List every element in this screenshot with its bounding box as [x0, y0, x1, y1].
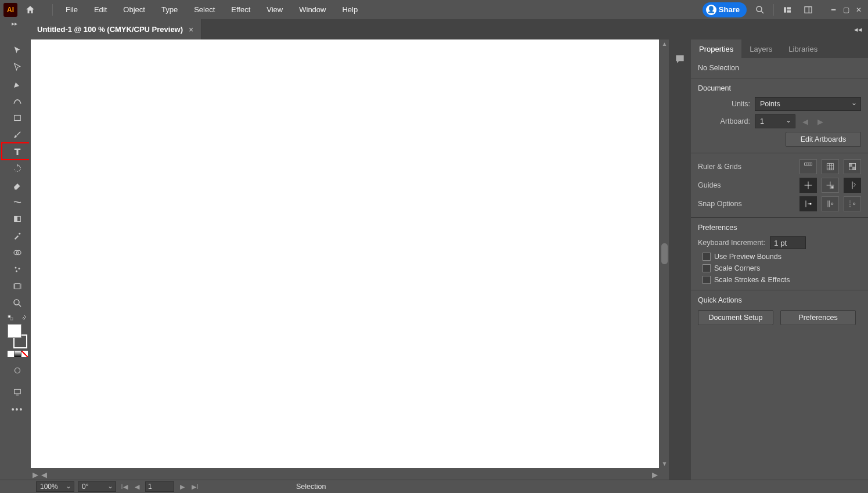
type-tool[interactable] [2, 143, 33, 160]
curvature-tool[interactable] [9, 92, 26, 109]
show-guides-icon[interactable] [799, 178, 817, 193]
panel-collapse-icon[interactable]: ◂◂ [848, 19, 868, 39]
menu-window[interactable]: Window [291, 2, 334, 17]
preferences-button[interactable]: Preferences [780, 310, 856, 325]
menu-edit[interactable]: Edit [86, 2, 115, 17]
document-tab[interactable]: Untitled-1 @ 100 % (CMYK/CPU Preview) × [29, 19, 202, 39]
tab-close-icon[interactable]: × [189, 25, 193, 34]
share-avatar-icon: 👤 [706, 5, 716, 15]
menu-help[interactable]: Help [334, 2, 366, 17]
screen-mode-icon[interactable] [9, 383, 26, 400]
canvas-area: ▲ ▼ ▶ ◀▶ [29, 39, 669, 480]
arrange-icon[interactable] [780, 2, 795, 17]
scroll-up-icon[interactable]: ▲ [660, 39, 669, 48]
svg-rect-4 [787, 10, 791, 12]
prev-artboard-icon[interactable]: ◀ [132, 483, 142, 491]
snap-point-icon[interactable] [822, 196, 839, 211]
workspace-icon[interactable] [801, 2, 816, 17]
use-preview-bounds-checkbox[interactable]: Use Preview Bounds [703, 253, 861, 261]
last-artboard-icon[interactable]: ▶I [190, 483, 200, 491]
expand-toolbar-icon[interactable]: ▸▸ [12, 20, 17, 27]
vertical-scrollbar[interactable]: ▲ ▼ [660, 39, 669, 468]
svg-point-11 [19, 232, 20, 234]
swap-fill-stroke[interactable] [8, 315, 27, 321]
zoom-tool[interactable] [9, 294, 26, 311]
rotate-tool[interactable] [9, 160, 26, 177]
grid-icon[interactable] [822, 159, 839, 174]
gradient-tool[interactable] [9, 210, 26, 227]
shape-builder-tool[interactable] [9, 244, 26, 261]
fill-stroke-swatch[interactable] [8, 324, 27, 348]
hscroll-right-icon[interactable]: ▶ [650, 470, 659, 479]
menu-file[interactable]: File [57, 2, 86, 17]
main: ••• ▲ ▼ ▶ ◀▶ Properties Layers Libraries… [0, 39, 868, 480]
direct-selection-tool[interactable] [9, 59, 26, 75]
right-dock [669, 39, 691, 480]
rectangle-tool[interactable] [9, 109, 26, 126]
smart-guides-icon[interactable] [844, 178, 861, 193]
hscroll-left-icon[interactable]: ◀ [39, 470, 48, 479]
transparency-grid-icon[interactable] [844, 159, 861, 174]
tab-properties[interactable]: Properties [691, 39, 741, 58]
symbol-sprayer-tool[interactable] [9, 261, 26, 278]
color-mode-gradient[interactable] [15, 351, 21, 357]
separator [52, 4, 53, 16]
tab-libraries[interactable]: Libraries [780, 39, 826, 58]
color-mode-none[interactable] [21, 351, 28, 357]
scroll-down-icon[interactable]: ▼ [660, 459, 669, 468]
menu-type[interactable]: Type [153, 2, 186, 17]
hscroll-play-icon[interactable]: ▶ [31, 470, 39, 479]
artboard-next-icon[interactable]: ▶ [815, 117, 826, 126]
lock-guides-icon[interactable] [822, 178, 839, 193]
ruler-icon[interactable] [799, 159, 817, 174]
fill-swatch[interactable] [8, 324, 21, 338]
comments-icon[interactable] [672, 51, 688, 67]
tab-layers[interactable]: Layers [741, 39, 780, 58]
next-artboard-icon[interactable]: ▶ [178, 483, 187, 491]
units-select[interactable]: Points [755, 97, 861, 111]
color-mode-solid[interactable] [8, 351, 14, 357]
svg-line-1 [761, 11, 763, 13]
search-icon[interactable] [752, 2, 768, 17]
separator [773, 4, 774, 16]
menu-view[interactable]: View [258, 2, 291, 17]
first-artboard-icon[interactable]: I◀ [120, 483, 129, 491]
menu-object[interactable]: Object [115, 2, 153, 17]
document-setup-button[interactable]: Document Setup [698, 310, 773, 325]
maximize-button[interactable]: ▢ [840, 6, 852, 14]
snap-grid-icon[interactable] [844, 196, 861, 211]
rotate-select[interactable]: 0° [78, 481, 116, 492]
home-icon[interactable] [23, 3, 37, 17]
tab-title: Untitled-1 @ 100 % (CMYK/CPU Preview) [37, 25, 183, 34]
draw-mode-icon[interactable] [9, 362, 26, 379]
artboard-tool[interactable] [9, 278, 26, 294]
paintbrush-tool[interactable] [9, 126, 26, 143]
eraser-tool[interactable] [9, 177, 26, 193]
document-section-label: Document [698, 84, 861, 92]
zoom-select[interactable]: 100% [36, 481, 74, 492]
artboard-nav-input[interactable] [145, 481, 174, 492]
left-strip[interactable] [0, 39, 6, 480]
minimize-button[interactable]: ━ [827, 6, 839, 14]
scale-strokes-checkbox[interactable]: Scale Strokes & Effects [703, 276, 861, 284]
eyedropper-tool[interactable] [9, 227, 26, 244]
svg-rect-38 [831, 186, 834, 189]
menu-effect[interactable]: Effect [223, 2, 258, 17]
artboard-canvas[interactable] [31, 39, 659, 468]
snap-pixel-icon[interactable] [799, 196, 817, 211]
artboard-prev-icon[interactable]: ◀ [800, 117, 811, 126]
edit-artboards-button[interactable]: Edit Artboards [786, 132, 861, 147]
scroll-thumb[interactable] [661, 243, 668, 264]
menu-select[interactable]: Select [186, 2, 223, 17]
horizontal-scrollbar[interactable]: ▶ ◀▶ [31, 469, 659, 480]
selection-tool[interactable] [9, 42, 26, 59]
width-tool[interactable] [9, 193, 26, 210]
keyboard-increment-input[interactable] [770, 236, 806, 249]
share-button[interactable]: 👤 Share [703, 2, 747, 17]
scale-corners-checkbox[interactable]: Scale Corners [703, 264, 861, 272]
artboard-select[interactable]: 1 [755, 114, 795, 128]
close-button[interactable]: ✕ [853, 6, 865, 14]
pen-tool[interactable] [9, 75, 26, 92]
edit-toolbar-icon[interactable]: ••• [12, 405, 24, 414]
svg-point-13 [17, 250, 21, 255]
